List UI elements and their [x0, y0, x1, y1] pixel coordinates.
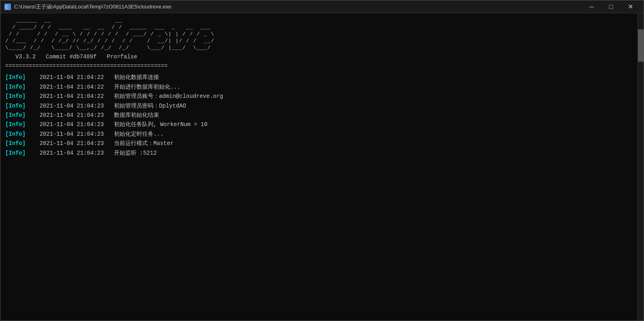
scrollbar-thumb[interactable] — [638, 29, 644, 62]
svg-text:C: C — [5, 5, 8, 9]
log-timestamp: 2021-11-04 21:04:23 — [29, 149, 111, 157]
minimize-button[interactable]: ─ — [582, 0, 601, 13]
version-line: V3.3.2 Commit #db7489f Pro=false — [5, 53, 639, 61]
log-message: 开始进行数据库初始化... — [114, 83, 180, 91]
log-container: [Info] 2021-11-04 21:04:22 初始化数据库连接[Info… — [5, 73, 639, 157]
log-tag: [Info] — [5, 92, 29, 101]
log-message: 初始化定时任务... — [114, 130, 164, 139]
log-line: [Info] 2021-11-04 21:04:22 开始进行数据库初始化... — [5, 83, 639, 91]
log-tag: [Info] — [5, 130, 29, 139]
log-timestamp: 2021-11-04 21:04:23 — [29, 130, 111, 139]
log-message: 当前运行模式：Master — [114, 139, 174, 148]
log-line: [Info] 2021-11-04 21:04:23 初始管理员密码：Dplyt… — [5, 101, 639, 110]
log-message: 初始管理员密码：DplytdAO — [114, 101, 186, 110]
log-line: [Info] 2021-11-04 21:04:22 初始化数据库连接 — [5, 73, 639, 82]
log-tag: [Info] — [5, 139, 29, 148]
close-button[interactable]: ✕ — [621, 0, 640, 13]
log-tag: [Info] — [5, 111, 29, 120]
log-timestamp: 2021-11-04 21:04:23 — [29, 111, 111, 120]
log-timestamp: 2021-11-04 21:04:23 — [29, 120, 111, 129]
main-window: C C:\Users\王子涵\AppData\Local\Temp\7zO081… — [0, 0, 644, 321]
console-area: ______ __ __ / ____/ / / ____ __ __ / / … — [0, 13, 644, 321]
log-tag: [Info] — [5, 120, 29, 129]
log-line: [Info] 2021-11-04 21:04:23 开始监听 :5212 — [5, 149, 639, 157]
log-line: [Info] 2021-11-04 21:04:23 数据库初始化结束 — [5, 111, 639, 120]
log-timestamp: 2021-11-04 21:04:23 — [29, 101, 111, 110]
maximize-button[interactable]: □ — [602, 0, 620, 13]
log-tag: [Info] — [5, 149, 29, 157]
console-content: ______ __ __ / ____/ / / ____ __ __ / / … — [0, 13, 644, 162]
app-icon: C — [4, 4, 11, 10]
scrollbar[interactable] — [638, 13, 644, 321]
ascii-logo: ______ __ __ / ____/ / / ____ __ __ / / … — [5, 17, 639, 51]
log-message: 初始化数据库连接 — [114, 73, 159, 82]
log-line: [Info] 2021-11-04 21:04:23 初始化任务队列, Work… — [5, 120, 639, 129]
separator: ========================================… — [5, 62, 639, 70]
log-timestamp: 2021-11-04 21:04:22 — [29, 73, 111, 82]
title-bar: C C:\Users\王子涵\AppData\Local\Temp\7zO081… — [0, 0, 644, 13]
log-message: 初始化任务队列, WorkerNum = 10 — [114, 120, 207, 129]
log-message: 初始管理员账号：admin@cloudreve.org — [114, 92, 224, 101]
log-line: [Info] 2021-11-04 21:04:23 初始化定时任务... — [5, 130, 639, 139]
log-timestamp: 2021-11-04 21:04:22 — [29, 83, 111, 91]
log-line: [Info] 2021-11-04 21:04:22 初始管理员账号：admin… — [5, 92, 639, 101]
window-controls: ─ □ ✕ — [582, 0, 640, 13]
log-timestamp: 2021-11-04 21:04:22 — [29, 92, 111, 101]
log-message: 数据库初始化结束 — [114, 111, 159, 120]
log-tag: [Info] — [5, 83, 29, 91]
log-tag: [Info] — [5, 73, 29, 82]
log-line: [Info] 2021-11-04 21:04:23 当前运行模式：Master — [5, 139, 639, 148]
window-title: C:\Users\王子涵\AppData\Local\Temp\7zO0811A… — [14, 3, 582, 10]
log-timestamp: 2021-11-04 21:04:23 — [29, 139, 111, 148]
log-tag: [Info] — [5, 101, 29, 110]
log-message: 开始监听 :5212 — [114, 149, 157, 157]
